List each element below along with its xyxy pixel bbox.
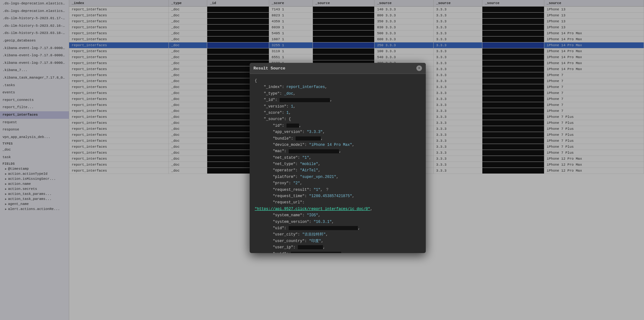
json-platform: "super_vpn.2021" [300, 175, 336, 179]
json-mac-redacted [289, 149, 339, 153]
json-app-version: "3.3.3" [307, 130, 323, 134]
json-version: 1 [291, 104, 293, 109]
json-net-type: "mobile" [300, 162, 318, 166]
json-uid-redacted [289, 226, 358, 230]
modal-title: Result Source [253, 66, 285, 71]
json-score: 1 [286, 111, 289, 115]
json-req-time: "1280.453857421875" [309, 194, 352, 198]
json-operator: "AirTel" [300, 168, 318, 173]
json-content: { "_index": report_interfaces, "_type": … [255, 78, 421, 253]
json-sys-ver: "16.3.1" [314, 220, 332, 224]
json-user-ip-redacted [298, 245, 323, 249]
json-id-redacted [280, 98, 330, 102]
modal-overlay[interactable]: Result Source × { "_index": report_inter… [0, 0, 644, 320]
json-proxy: "2" [293, 181, 300, 185]
modal-header: Result Source × [250, 63, 426, 74]
json-src-id-redacted [286, 124, 299, 128]
json-req-result: "1" [314, 188, 320, 192]
json-uuid-redacted [291, 252, 341, 253]
json-user-city: "古吉拉特邦" [302, 232, 325, 237]
json-req-url[interactable]: "https://api.9527.click/report_interface… [255, 207, 370, 211]
modal-close-button[interactable]: × [416, 65, 422, 71]
result-source-modal: Result Source × { "_index": report_inter… [250, 63, 426, 253]
json-user-country: "印度" [309, 239, 321, 243]
json-index: report_interfaces [286, 85, 325, 89]
json-bundle-redacted [296, 136, 321, 141]
json-type: _doc [284, 91, 293, 96]
json-net-state: "1" [302, 156, 309, 160]
json-device-model: "iPhone 14 Pro Max" [309, 143, 352, 147]
json-sys-name: "IOS" [307, 213, 318, 218]
modal-body: { "_index": report_interfaces, "_type": … [250, 74, 426, 253]
